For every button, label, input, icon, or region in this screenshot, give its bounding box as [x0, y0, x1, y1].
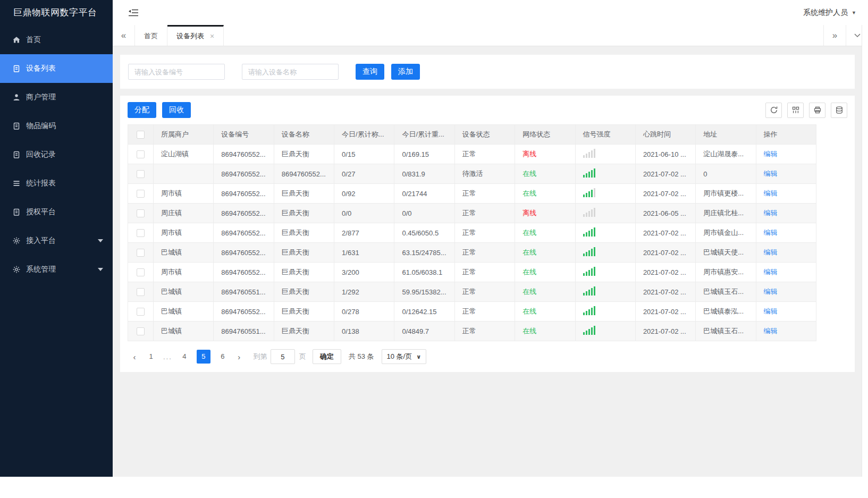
- refresh-button[interactable]: [765, 103, 782, 118]
- doc-icon: [12, 150, 21, 159]
- row-checkbox[interactable]: [137, 209, 145, 217]
- column-header: 所属商户: [154, 125, 214, 145]
- add-button[interactable]: 添加: [391, 64, 420, 80]
- assign-button[interactable]: 分配: [128, 102, 156, 118]
- row-checkbox[interactable]: [137, 229, 145, 237]
- sidebar-item-6[interactable]: 授权平台: [0, 198, 113, 226]
- sidebar-item-3[interactable]: 物品编码: [0, 112, 113, 140]
- prev-page-button[interactable]: ‹: [128, 352, 141, 361]
- table-toolbar: 分配 回收: [128, 102, 847, 118]
- tab-label: 设备列表: [176, 31, 204, 41]
- doc-icon: [12, 208, 21, 216]
- row-checkbox[interactable]: [137, 327, 145, 335]
- recycle-button[interactable]: 回收: [162, 102, 191, 118]
- page-button-6[interactable]: 6: [216, 350, 230, 364]
- cell-device_name: 巨鼎天衡: [274, 223, 334, 243]
- jump-page-input[interactable]: [271, 349, 295, 364]
- gear-icon: [12, 265, 21, 274]
- page-button-4[interactable]: 4: [178, 350, 191, 364]
- network-status-badge: 在线: [523, 327, 536, 335]
- table-row: 8694760552...8694760552...0/270/831.9待激活…: [128, 164, 816, 184]
- page-ellipsis: ...: [163, 353, 172, 361]
- sidebar-item-4[interactable]: 回收记录: [0, 140, 113, 169]
- edit-link[interactable]: 编辑: [764, 268, 778, 276]
- cell-device_no: 8694760552...: [214, 223, 274, 243]
- row-checkbox[interactable]: [137, 268, 145, 276]
- list-icon: [12, 179, 21, 188]
- cell-weight: 61.05/6038.1: [394, 263, 454, 282]
- cell-weight: 59.95/15382...: [394, 282, 454, 302]
- next-page-button[interactable]: ›: [232, 352, 246, 361]
- tab-0[interactable]: 首页: [135, 25, 167, 46]
- table-row: 周市镇8694760552...巨鼎天衡2/8770.45/6050.5正常在线…: [128, 223, 816, 243]
- edit-link[interactable]: 编辑: [764, 248, 778, 256]
- edit-link[interactable]: 编辑: [764, 209, 778, 217]
- cell-weight: 0.45/6050.5: [394, 223, 454, 243]
- sidebar-item-1[interactable]: 设备列表: [0, 54, 113, 83]
- cell-device_name: 巨鼎天衡: [274, 145, 334, 164]
- edit-link[interactable]: 编辑: [764, 327, 778, 335]
- edit-link[interactable]: 编辑: [764, 170, 778, 178]
- tab-1[interactable]: 设备列表×: [167, 25, 224, 46]
- select-all-checkbox[interactable]: [137, 131, 145, 139]
- print-button[interactable]: [809, 103, 825, 118]
- cell-device_status: 正常: [454, 145, 515, 164]
- doc-icon: [12, 64, 21, 73]
- sidebar-item-2[interactable]: 商户管理: [0, 83, 113, 112]
- export-button[interactable]: [831, 103, 847, 118]
- chevron-down-icon: [854, 33, 861, 38]
- cell-merchant: 巴城镇: [154, 302, 214, 322]
- network-status-badge: 在线: [523, 248, 536, 256]
- sidebar-item-5[interactable]: 统计报表: [0, 169, 113, 198]
- edit-link[interactable]: 编辑: [764, 229, 778, 237]
- confirm-jump-button[interactable]: 确定: [313, 349, 341, 364]
- doc-icon: [12, 122, 21, 130]
- collapse-sidebar-icon: [128, 9, 139, 17]
- cell-count: 1/292: [334, 282, 394, 302]
- tabs-scroll-left-button[interactable]: «: [113, 25, 135, 46]
- page-button-5[interactable]: 5: [197, 350, 210, 364]
- collapse-sidebar-button[interactable]: [128, 9, 139, 17]
- sidebar-item-0[interactable]: 首页: [0, 26, 113, 54]
- page-button-1[interactable]: 1: [144, 350, 158, 364]
- edit-link[interactable]: 编辑: [764, 288, 778, 296]
- columns-button[interactable]: [787, 103, 804, 118]
- cell-device_status: 正常: [454, 184, 515, 204]
- row-checkbox[interactable]: [137, 249, 145, 257]
- row-checkbox[interactable]: [137, 150, 145, 158]
- row-checkbox[interactable]: [137, 190, 145, 198]
- network-status-badge: 在线: [523, 288, 536, 296]
- sidebar-item-7[interactable]: 接入平台: [0, 226, 113, 255]
- edit-link[interactable]: 编辑: [764, 189, 778, 197]
- edit-link[interactable]: 编辑: [764, 150, 778, 158]
- cell-device_name: 巨鼎天衡: [274, 302, 334, 322]
- row-checkbox[interactable]: [137, 308, 145, 316]
- cell-address: 淀山湖晟泰...: [696, 145, 756, 164]
- device-name-input[interactable]: [242, 64, 339, 80]
- tabs-scroll-right-button[interactable]: »: [823, 25, 846, 46]
- sidebar-item-8[interactable]: 系统管理: [0, 255, 113, 284]
- edit-link[interactable]: 编辑: [764, 307, 778, 315]
- network-status-badge: 在线: [523, 268, 536, 276]
- topbar: 系统维护人员 ▼: [113, 0, 868, 25]
- cell-merchant: 淀山湖镇: [154, 145, 214, 164]
- table-row: 周市镇8694760552...巨鼎天衡0/920/21744正常在线2021-…: [128, 184, 816, 204]
- row-checkbox[interactable]: [137, 288, 145, 296]
- cell-weight: 0/21744: [394, 184, 454, 204]
- row-checkbox[interactable]: [137, 170, 145, 178]
- bottom-strip: [0, 477, 868, 498]
- network-status-badge: 在线: [523, 307, 536, 315]
- home-icon: [12, 36, 21, 44]
- device-no-input[interactable]: [128, 64, 225, 80]
- close-icon[interactable]: ×: [210, 32, 214, 40]
- cell-device_name: 巨鼎天衡: [274, 204, 334, 223]
- cell-count: 0/92: [334, 184, 394, 204]
- user-menu[interactable]: 系统维护人员 ▼: [803, 8, 856, 18]
- page-size-select[interactable]: 10 条/页 ∨: [382, 349, 427, 364]
- query-button[interactable]: 查询: [356, 64, 384, 80]
- vertical-scrollbar[interactable]: [862, 25, 868, 477]
- cell-address: 周市镇惠安...: [696, 263, 756, 282]
- page-buttons: 1...456: [141, 350, 232, 364]
- cell-heartbeat: 2021-07-02 ...: [635, 282, 695, 302]
- cell-merchant: 巴城镇: [154, 282, 214, 302]
